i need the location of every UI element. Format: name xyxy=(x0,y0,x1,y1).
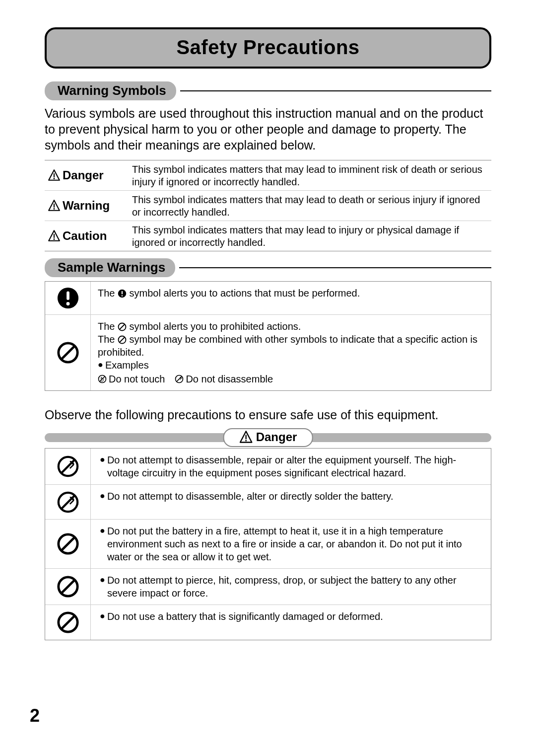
bullet-icon: ● xyxy=(100,490,105,502)
sample-text: The symbol alerts you to prohibited acti… xyxy=(91,315,491,390)
page-number: 2 xyxy=(30,705,40,726)
danger-icon-cell xyxy=(45,605,91,640)
danger-item-text: Do not attempt to disassemble, repair or… xyxy=(107,454,482,479)
no-disassemble-icon xyxy=(57,491,79,514)
page: Safety Precautions Warning Symbols Vario… xyxy=(0,0,536,756)
section-rule xyxy=(180,90,491,91)
warning-triangle-icon xyxy=(48,169,61,182)
prohibit-icon xyxy=(57,341,79,364)
definition-label-text: Caution xyxy=(63,229,107,243)
text-fragment: symbol may be combined with other symbol… xyxy=(98,334,477,358)
danger-heading-bar: Danger xyxy=(45,428,491,448)
definition-text: This symbol indicates matters that may l… xyxy=(132,223,488,249)
warning-triangle-icon xyxy=(48,199,61,212)
mandatory-action-icon xyxy=(57,287,79,309)
page-title: Safety Precautions xyxy=(47,36,489,59)
danger-item-text: Do not put the battery in a fire, attemp… xyxy=(107,525,482,563)
danger-pill: Danger xyxy=(223,428,313,447)
danger-item-text: Do not attempt to pierce, hit, compress,… xyxy=(107,574,482,600)
warning-triangle-icon xyxy=(239,430,253,444)
text-fragment: The xyxy=(98,321,118,332)
danger-row: ●Do not put the battery in a fire, attem… xyxy=(45,520,491,569)
definition-row-warning: Warning This symbol indicates matters th… xyxy=(45,191,491,221)
danger-text: ●Do not attempt to disassemble, repair o… xyxy=(91,449,491,484)
danger-row: ●Do not use a battery that is significan… xyxy=(45,605,491,640)
text-fragment: symbol alerts you to actions that must b… xyxy=(127,288,360,299)
sample-row-mandatory: The symbol alerts you to actions that mu… xyxy=(45,282,491,315)
text-fragment: The xyxy=(98,334,118,345)
danger-text: ●Do not attempt to pierce, hit, compress… xyxy=(91,569,491,605)
danger-table: ●Do not attempt to disassemble, repair o… xyxy=(45,448,491,640)
danger-text: ●Do not use a battery that is significan… xyxy=(91,605,491,640)
sample-text: The symbol alerts you to actions that mu… xyxy=(91,282,491,314)
no-disassemble-icon xyxy=(175,375,184,383)
danger-item-text: Do not use a battery that is significant… xyxy=(107,610,383,623)
section-heading: Warning Symbols xyxy=(45,81,176,100)
definition-row-caution: Caution This symbol indicates matters th… xyxy=(45,221,491,251)
title-box: Safety Precautions xyxy=(45,27,491,69)
prohibit-icon xyxy=(118,335,127,344)
section-heading: Sample Warnings xyxy=(45,258,175,277)
section-header-warning-symbols: Warning Symbols xyxy=(45,81,491,100)
danger-text: ●Do not attempt to disassemble, alter or… xyxy=(91,485,491,519)
bullet-icon: ● xyxy=(98,359,103,371)
prohibit-icon xyxy=(118,322,127,331)
intro-text: Various symbols are used throughout this… xyxy=(45,105,491,153)
mandatory-action-icon xyxy=(118,289,127,298)
sample-icon-cell xyxy=(45,315,91,390)
example-text: Do not disassemble xyxy=(186,373,273,385)
danger-icon-cell xyxy=(45,485,91,519)
definitions-table: Danger This symbol indicates matters tha… xyxy=(45,160,491,251)
danger-row: ●Do not attempt to disassemble, alter or… xyxy=(45,485,491,520)
examples-label: Examples xyxy=(105,359,149,372)
sample-icon-cell xyxy=(45,282,91,314)
bullet-icon: ● xyxy=(100,610,105,622)
bullet-icon: ● xyxy=(100,454,105,466)
danger-row: ●Do not attempt to pierce, hit, compress… xyxy=(45,569,491,605)
example-no-touch: Do not touch xyxy=(98,373,165,385)
text-fragment: symbol alerts you to prohibited actions. xyxy=(127,321,301,332)
example-no-disassemble: Do not disassemble xyxy=(175,373,273,385)
definition-text: This symbol indicates matters that may l… xyxy=(132,193,488,219)
definition-text: This symbol indicates matters that may l… xyxy=(132,162,488,188)
section-rule xyxy=(179,267,491,268)
definition-label: Danger xyxy=(48,162,132,188)
prohibit-icon xyxy=(57,611,79,634)
no-disassemble-icon xyxy=(57,455,79,478)
danger-icon-cell xyxy=(45,569,91,605)
bullet-icon: ● xyxy=(100,574,105,586)
section-header-sample-warnings: Sample Warnings xyxy=(45,258,491,277)
danger-icon-cell xyxy=(45,520,91,568)
sample-row-prohibited: The symbol alerts you to prohibited acti… xyxy=(45,315,491,390)
definition-label: Warning xyxy=(48,193,132,219)
definition-row-danger: Danger This symbol indicates matters tha… xyxy=(45,160,491,191)
observe-text: Observe the following precautions to ens… xyxy=(45,408,491,422)
danger-item-text: Do not attempt to disassemble, alter or … xyxy=(107,490,394,503)
prohibit-icon xyxy=(57,575,79,598)
bullet-icon: ● xyxy=(100,525,105,537)
danger-heading-text: Danger xyxy=(256,430,297,444)
definition-label: Caution xyxy=(48,223,132,249)
danger-icon-cell xyxy=(45,449,91,484)
definition-label-text: Warning xyxy=(63,199,110,213)
text-fragment: The xyxy=(98,288,118,299)
definition-label-text: Danger xyxy=(63,168,104,182)
no-touch-icon xyxy=(98,375,107,383)
danger-row: ●Do not attempt to disassemble, repair o… xyxy=(45,449,491,485)
prohibit-icon xyxy=(57,532,79,555)
danger-text: ●Do not put the battery in a fire, attem… xyxy=(91,520,491,568)
sample-warnings-table: The symbol alerts you to actions that mu… xyxy=(45,281,491,391)
example-text: Do not touch xyxy=(109,373,165,385)
warning-triangle-icon xyxy=(48,229,61,242)
